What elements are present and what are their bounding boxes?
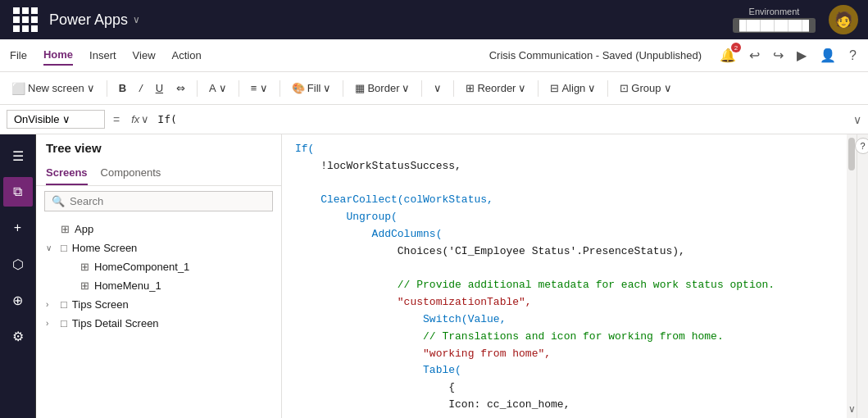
undo-button[interactable]: ↩ (748, 46, 761, 65)
formula-input[interactable]: If( (157, 113, 848, 125)
toolbar-icons: 🔔2 ↩ ↪ ▶ 👤 ? (718, 46, 858, 65)
tree-item-home-component[interactable]: ⊞ HomeComponent_1 (36, 257, 281, 276)
text-spacing-button[interactable]: ⇔ (171, 79, 190, 98)
menu-file[interactable]: File (10, 46, 27, 65)
toolbar-separator-6 (421, 80, 422, 97)
home-component-icon: ⊞ (80, 261, 89, 273)
app-icon: ⊞ (61, 223, 70, 235)
formula-fx-label: fx ∨ (128, 113, 152, 125)
tree-item-home-menu[interactable]: ⊞ HomeMenu_1 (36, 276, 281, 295)
toolbar-separator-9 (607, 80, 608, 97)
menu-home[interactable]: Home (43, 45, 73, 66)
user-button[interactable]: 👤 (818, 46, 838, 65)
sidebar-icons: ☰ ⧉ + ⬡ ⊕ ⚙ (0, 134, 36, 418)
notification-button[interactable]: 🔔2 (718, 46, 738, 65)
menu-action[interactable]: Action (172, 46, 202, 65)
align-button[interactable]: ≡ ∨ (246, 79, 273, 98)
tree-item-tips-screen[interactable]: › □ Tips Screen (36, 295, 281, 314)
code-line-15: { (295, 379, 834, 397)
code-line-14: Table( (295, 362, 834, 379)
tips-screen-icon: □ (61, 298, 67, 311)
data-icon[interactable]: ⊕ (3, 285, 33, 315)
scroll-thumb[interactable] (848, 138, 855, 170)
chevron-dropdown-button[interactable]: ∨ (429, 79, 447, 98)
vertical-scrollbar[interactable]: ∨ (847, 134, 857, 418)
notif-badge: 2 (731, 43, 741, 52)
border-button[interactable]: ▦ Border ∨ (350, 79, 415, 98)
new-screen-label: New screen (28, 82, 84, 94)
menu-bar: File Home Insert View Action Crisis Comm… (0, 39, 868, 72)
formula-selector-chevron-icon: ∨ (62, 113, 70, 125)
tips-detail-icon: □ (61, 317, 67, 329)
tab-components[interactable]: Components (101, 161, 161, 185)
code-line-2: !locWorkStatusSuccess, (295, 158, 834, 175)
formula-selector-dropdown[interactable]: OnVisible ∨ (7, 110, 105, 129)
app-title-text: Power Apps (49, 11, 128, 29)
formula-expand-icon[interactable]: ∨ (853, 113, 861, 126)
home-component-label: HomeComponent_1 (94, 261, 189, 273)
code-wrapper: If( !locWorkStatusSuccess, ClearCollect(… (282, 134, 857, 418)
code-line-10: "customizationTable", (295, 294, 834, 311)
avatar[interactable]: 🧑 (829, 5, 858, 34)
code-content[interactable]: If( !locWorkStatusSuccess, ClearCollect(… (282, 134, 847, 418)
toolbar-separator-5 (343, 80, 343, 97)
code-line-4: ClearCollect(colWorkStatus, (295, 192, 834, 209)
app-title: Power Apps ∨ (49, 11, 140, 29)
fill-button[interactable]: 🎨 Fill ∨ (287, 79, 337, 98)
toolbar-separator-8 (538, 80, 539, 97)
code-line-6: AddColumns( (295, 226, 834, 243)
tips-detail-chevron-icon: › (46, 319, 56, 328)
search-input[interactable] (70, 195, 266, 207)
home-screen-icon: □ (61, 242, 67, 254)
shapes-icon[interactable]: ⬡ (3, 249, 33, 279)
new-screen-icon: ⬜ (11, 82, 25, 95)
app-title-chevron-icon[interactable]: ∨ (133, 14, 140, 25)
font-button[interactable]: A ∨ (204, 79, 232, 98)
scroll-down-icon[interactable]: ∨ (848, 403, 856, 415)
code-line-3 (295, 175, 834, 193)
env-value[interactable]: ██████████ (733, 18, 816, 33)
border-icon: ▦ (355, 82, 365, 94)
code-area: If( !locWorkStatusSuccess, ClearCollect(… (282, 134, 857, 418)
toolbar-separator-1 (107, 80, 107, 97)
group-button[interactable]: ⊡ Group ∨ (615, 79, 676, 98)
italic-button[interactable]: / (134, 79, 148, 98)
underline-icon: U (156, 82, 163, 94)
redo-button[interactable]: ↪ (771, 46, 785, 65)
sidebar-content: ⊞ App ∨ □ Home Screen ⊞ HomeComponent_1 (36, 216, 281, 418)
tree-item-app[interactable]: ⊞ App (36, 220, 281, 239)
group-label: Group (631, 82, 661, 94)
code-line-16: Icon: cc_icon_home, (295, 397, 834, 414)
right-panel: ? (857, 134, 868, 418)
settings-icon[interactable]: ⚙ (3, 321, 33, 351)
waffle-button[interactable] (10, 4, 41, 35)
play-button[interactable]: ▶ (795, 46, 808, 65)
top-bar: Power Apps ∨ Environment ██████████ 🧑 (0, 0, 868, 39)
border-label: Border (367, 82, 399, 94)
layers-icon[interactable]: ⧉ (3, 177, 33, 207)
help-button[interactable]: ? (848, 47, 858, 65)
right-help-button[interactable]: ? (855, 138, 869, 154)
left-strip: ☰ ⧉ + ⬡ ⊕ ⚙ Tree view Screens Components (0, 134, 282, 418)
add-icon[interactable]: + (3, 213, 33, 243)
bold-button[interactable]: B (114, 79, 131, 98)
tree-item-tips-detail[interactable]: › □ Tips Detail Screen (36, 314, 281, 333)
align2-button[interactable]: ⊟ Align ∨ (545, 79, 601, 98)
menu-insert[interactable]: Insert (89, 46, 116, 65)
tab-screens[interactable]: Screens (46, 161, 88, 185)
tree-item-home-screen[interactable]: ∨ □ Home Screen (36, 239, 281, 257)
new-screen-chevron-icon: ∨ (87, 82, 95, 94)
underline-button[interactable]: U (151, 79, 168, 98)
new-screen-button[interactable]: ⬜ New screen ∨ (7, 79, 100, 98)
reorder-button[interactable]: ⊞ Reorder ∨ (461, 79, 531, 98)
toolbar-separator-2 (197, 80, 198, 97)
code-line-9: // Provide additional metadata for each … (295, 277, 834, 294)
home-menu-icon: ⊞ (80, 279, 89, 292)
code-line-11: Switch(Value, (295, 311, 834, 329)
doc-title: Crisis Communication - Saved (Unpublishe… (489, 49, 702, 61)
code-line-13: "working from home", (295, 346, 834, 363)
hamburger-icon[interactable]: ☰ (3, 141, 33, 170)
formula-selector-label: OnVisible (14, 113, 59, 125)
menu-view[interactable]: View (133, 46, 156, 65)
search-icon: 🔍 (52, 195, 65, 207)
